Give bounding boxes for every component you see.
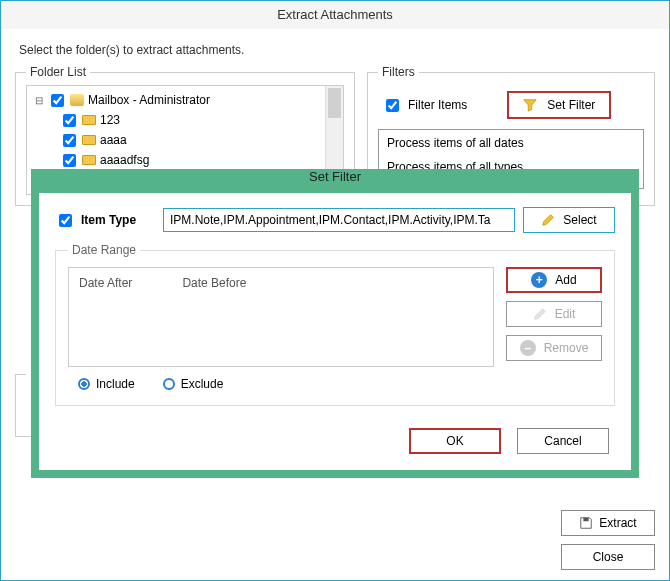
folder-icon xyxy=(82,115,96,125)
edit-button[interactable]: Edit xyxy=(506,301,602,327)
date-range-group: Date Range Date After Date Before + Add xyxy=(55,243,615,406)
filters-legend: Filters xyxy=(378,65,419,79)
extract-button-label: Extract xyxy=(599,516,636,530)
extract-button[interactable]: Extract xyxy=(561,510,655,536)
collapse-icon[interactable]: ⊟ xyxy=(33,95,45,106)
ok-button-label: OK xyxy=(446,434,463,448)
remove-button[interactable]: – Remove xyxy=(506,335,602,361)
filter-items-input[interactable] xyxy=(386,99,399,112)
filter-items-checkbox[interactable]: Filter Items xyxy=(382,96,467,115)
close-button-label: Close xyxy=(593,550,624,564)
tree-item-label[interactable]: 123 xyxy=(100,113,120,127)
mailbox-icon xyxy=(70,94,84,106)
ok-button[interactable]: OK xyxy=(409,428,501,454)
set-filter-dialog: Set Filter Item Type Select Date Range xyxy=(31,169,639,478)
item-type-input[interactable] xyxy=(163,208,515,232)
filter-desc-line: Process items of all dates xyxy=(387,136,635,150)
exclude-radio[interactable]: Exclude xyxy=(163,377,224,391)
cancel-button-label: Cancel xyxy=(544,434,581,448)
item-type-label: Item Type xyxy=(81,213,136,227)
include-label: Include xyxy=(96,377,135,391)
cancel-button[interactable]: Cancel xyxy=(517,428,609,454)
radio-icon xyxy=(163,378,175,390)
select-button[interactable]: Select xyxy=(523,207,615,233)
root-checkbox[interactable] xyxy=(51,94,64,107)
svg-rect-0 xyxy=(584,518,589,522)
date-after-header: Date After xyxy=(79,276,132,290)
folder-list-legend: Folder List xyxy=(26,65,90,79)
set-filter-button[interactable]: Set Filter xyxy=(507,91,611,119)
include-radio[interactable]: Include xyxy=(78,377,135,391)
date-range-list[interactable]: Date After Date Before xyxy=(68,267,494,367)
pencil-icon xyxy=(533,307,547,321)
select-button-label: Select xyxy=(563,213,596,227)
edit-button-label: Edit xyxy=(555,307,576,321)
radio-icon xyxy=(78,378,90,390)
folder-checkbox[interactable] xyxy=(63,134,76,147)
add-button[interactable]: + Add xyxy=(506,267,602,293)
folder-icon xyxy=(82,155,96,165)
tree-root-label[interactable]: Mailbox - Administrator xyxy=(88,93,210,107)
intro-text: Select the folder(s) to extract attachme… xyxy=(19,43,655,57)
exclude-label: Exclude xyxy=(181,377,224,391)
tree-item-label[interactable]: aaaadfsg xyxy=(100,153,149,167)
funnel-icon xyxy=(523,98,537,112)
tree-item-label[interactable]: aaaa xyxy=(100,133,127,147)
set-filter-label: Set Filter xyxy=(547,98,595,112)
folder-icon xyxy=(82,135,96,145)
close-button[interactable]: Close xyxy=(561,544,655,570)
minus-icon: – xyxy=(520,340,536,356)
folder-checkbox[interactable] xyxy=(63,154,76,167)
save-icon xyxy=(579,516,593,530)
filter-items-label: Filter Items xyxy=(408,98,467,112)
folder-checkbox[interactable] xyxy=(63,114,76,127)
window-title: Extract Attachments xyxy=(1,1,669,29)
dialog-title: Set Filter xyxy=(39,169,631,193)
pencil-icon xyxy=(541,213,555,227)
extract-attachments-window: Extract Attachments Select the folder(s)… xyxy=(0,0,670,581)
plus-icon: + xyxy=(531,272,547,288)
add-button-label: Add xyxy=(555,273,576,287)
date-range-legend: Date Range xyxy=(68,243,140,257)
date-before-header: Date Before xyxy=(182,276,246,290)
item-type-checkbox[interactable] xyxy=(59,214,72,227)
remove-button-label: Remove xyxy=(544,341,589,355)
